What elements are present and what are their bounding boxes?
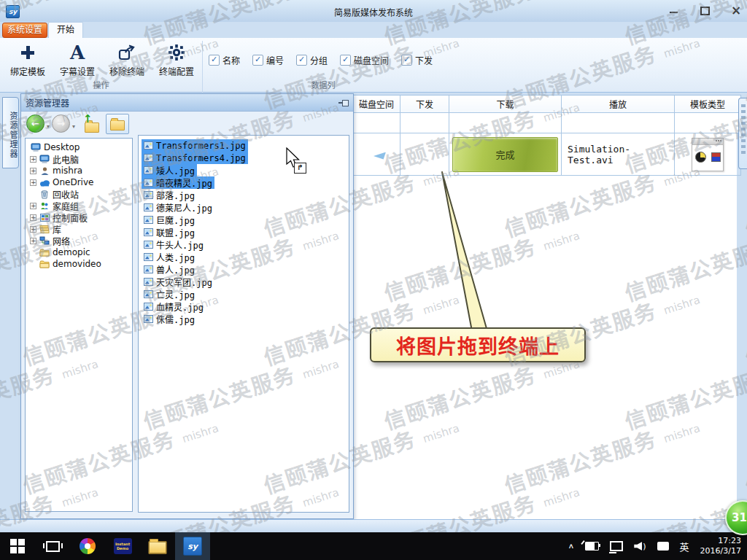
tab-system-settings[interactable]: 系统设置 — [2, 23, 47, 38]
file-item-13[interactable]: 血精灵.jpg — [142, 300, 206, 313]
user-icon — [39, 166, 50, 176]
tree-item-2[interactable]: +mishra — [26, 165, 132, 176]
tree-item-9[interactable]: demopic — [26, 246, 132, 258]
up-folder-button[interactable]: ↑ — [82, 114, 101, 133]
taskbar-app-colorwheel[interactable] — [70, 532, 105, 560]
tree-item-0[interactable]: Desktop — [26, 141, 132, 153]
file-item-1[interactable]: Transformers4.jpg — [142, 152, 248, 164]
minimize-icon[interactable] — [668, 6, 680, 15]
tree-expander-icon[interactable]: + — [30, 156, 36, 163]
forward-button[interactable]: → — [52, 114, 70, 133]
file-item-8[interactable]: 牛头人.jpg — [142, 238, 206, 251]
start-button[interactable] — [0, 532, 35, 560]
file-item-3[interactable]: 暗夜精灵.jpg — [142, 176, 214, 189]
tree-item-7[interactable]: +库 — [26, 223, 132, 235]
library-icon — [39, 225, 50, 233]
file-item-7[interactable]: 联盟.jpg — [142, 226, 197, 238]
filter-cell[interactable] — [449, 113, 562, 133]
filter-cell[interactable] — [353, 113, 400, 133]
terminal-row[interactable]: 完成Simulation-Test.avi — [353, 133, 741, 176]
column-header-0[interactable]: 磁盘空间 — [353, 96, 400, 113]
tree-item-3[interactable]: +OneDrive — [26, 176, 132, 188]
file-name: 人类.jpg — [156, 251, 195, 263]
volume-icon[interactable]: ) — [634, 542, 646, 551]
computer-icon — [39, 155, 50, 163]
tree-expander-icon[interactable]: + — [30, 226, 36, 233]
battery-icon[interactable] — [585, 542, 599, 551]
pin-icon[interactable] — [338, 98, 349, 107]
column-header-1[interactable]: 下发 — [400, 96, 449, 113]
pie-chart-icon — [695, 152, 706, 163]
file-item-2[interactable]: 矮人.jpg — [142, 164, 197, 176]
column-toggle-4[interactable]: ✓下发 — [401, 54, 433, 66]
filter-cell[interactable] — [562, 113, 675, 133]
tree-expander-icon[interactable]: + — [30, 179, 36, 186]
taskbar-app-explorer[interactable] — [140, 532, 175, 560]
titlebar: sy 简易版媒体发布系统 — [0, 0, 747, 22]
image-file-icon — [144, 290, 153, 298]
tree-item-8[interactable]: +网络 — [26, 235, 132, 246]
tree-expander-icon[interactable]: + — [30, 214, 36, 221]
filter-cell[interactable] — [675, 113, 741, 133]
resource-manager-vertical-tab[interactable]: 资源管理器 — [2, 97, 19, 168]
drag-copy-icon: ↱ — [294, 163, 306, 174]
column-header-3[interactable]: 播放 — [562, 96, 675, 113]
column-toggle-1[interactable]: ✓编号 — [252, 54, 284, 66]
file-item-9[interactable]: 人类.jpg — [142, 251, 197, 263]
taskbar-clock[interactable]: 17:23 2016/3/17 — [700, 536, 741, 556]
file-item-4[interactable]: 部落.jpg — [142, 189, 197, 201]
table-header-row: 磁盘空间下发下载播放模板类型 — [353, 96, 741, 113]
network-icon — [39, 236, 50, 245]
column-toggle-3[interactable]: ✓磁盘空间 — [340, 54, 389, 66]
file-name: 兽人.jpg — [156, 263, 195, 276]
file-name: 暗夜精灵.jpg — [156, 176, 212, 189]
tray-expand-icon[interactable]: ∧ — [568, 542, 574, 550]
tree-expander-icon — [30, 191, 36, 198]
tab-start[interactable]: 开始 — [48, 22, 83, 39]
file-name: 德莱尼人.jpg — [156, 201, 212, 214]
image-file-icon — [144, 253, 153, 261]
tree-item-1[interactable]: +此电脑 — [26, 153, 132, 165]
close-icon[interactable] — [729, 6, 741, 15]
ribbon-action-1[interactable]: A字幕设置 — [53, 39, 102, 82]
file-item-10[interactable]: 兽人.jpg — [142, 263, 197, 276]
ribbon-action-3[interactable]: 终端配置 — [152, 39, 201, 82]
right-panel-vertical-tab[interactable] — [738, 98, 747, 169]
back-button[interactable]: ← — [26, 114, 44, 133]
tree-item-label: mishra — [53, 166, 82, 176]
file-item-14[interactable]: 侏儒.jpg — [142, 313, 197, 325]
column-toggle-2[interactable]: ✓分组 — [296, 54, 328, 66]
tree-item-10[interactable]: demovideo — [26, 258, 132, 270]
column-toggle-0[interactable]: ✓名称 — [209, 54, 240, 66]
terminal-area: 磁盘空间下发下载播放模板类型完成Simulation-Test.avi — [352, 95, 737, 519]
tree-expander-icon[interactable]: + — [30, 203, 36, 209]
network-icon[interactable] — [610, 541, 623, 551]
notifications-icon[interactable] — [657, 542, 669, 551]
column-header-4[interactable]: 模板类型 — [675, 96, 741, 113]
share-icon — [118, 44, 136, 61]
tree-item-5[interactable]: +家庭组 — [26, 200, 132, 211]
forward-dropdown-icon[interactable]: ▾ — [72, 123, 75, 130]
column-header-2[interactable]: 下载 — [449, 96, 562, 113]
tree-expander-icon[interactable]: + — [30, 168, 36, 174]
file-item-6[interactable]: 巨魔.jpg — [142, 214, 197, 226]
task-view-button[interactable] — [35, 532, 70, 560]
file-item-11[interactable]: 天灾军团.jpg — [142, 276, 214, 288]
new-folder-button[interactable] — [106, 114, 129, 134]
taskbar-app-sy-active[interactable]: sy — [175, 532, 210, 560]
file-item-0[interactable]: Transformers1.jpg — [142, 139, 248, 152]
ribbon-action-2[interactable]: 移除终端 — [102, 39, 152, 82]
filter-cell[interactable] — [400, 113, 449, 133]
template-preview — [692, 138, 724, 171]
file-item-5[interactable]: 德莱尼人.jpg — [142, 201, 214, 214]
tree-item-6[interactable]: +控制面板 — [26, 211, 132, 223]
taskbar-app-instant-demo[interactable]: Instant Demo — [105, 532, 140, 560]
file-item-12[interactable]: 亡灵.jpg — [142, 288, 197, 300]
maximize-icon[interactable] — [699, 6, 711, 15]
ribbon-action-0[interactable]: 绑定模板 — [3, 39, 53, 82]
homegroup-icon — [39, 201, 50, 210]
tree-item-4[interactable]: 回收站 — [26, 188, 132, 200]
back-dropdown-icon[interactable]: ▾ — [47, 123, 50, 130]
input-language-indicator[interactable]: 英 — [680, 540, 689, 553]
tree-expander-icon[interactable]: + — [30, 238, 36, 244]
